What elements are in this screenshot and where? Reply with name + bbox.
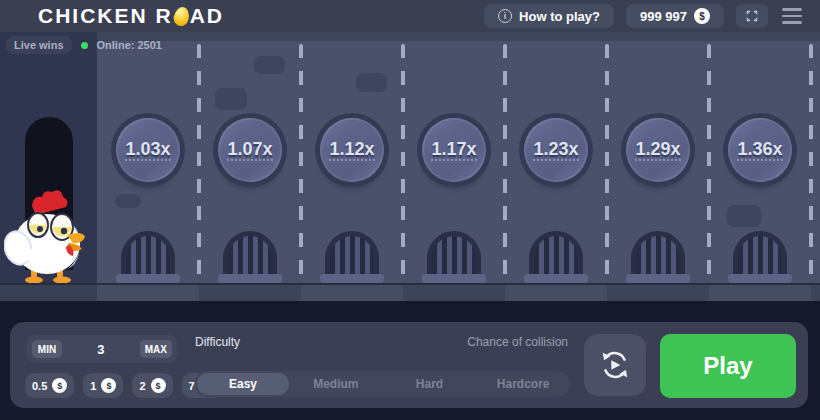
logo-text-right: AD	[190, 4, 224, 28]
fullscreen-expand-icon	[745, 9, 759, 23]
multiplier-value: 1.29x	[635, 140, 680, 161]
top-curb	[97, 32, 820, 41]
bet-max-button[interactable]: MAX	[140, 340, 172, 358]
multiplier-tile-4[interactable]: 1.17x	[422, 118, 486, 182]
chip-amount: 0.5	[32, 380, 47, 392]
multiplier-tile-3[interactable]: 1.12x	[320, 118, 384, 182]
lane-4: 1.17x	[403, 41, 505, 283]
multiplier-value: 1.07x	[227, 140, 272, 161]
chip-0.5-button[interactable]: 0.5 $	[25, 373, 74, 398]
autoplay-button[interactable]	[584, 334, 646, 396]
difficulty-option-medium[interactable]: Medium	[289, 377, 383, 391]
play-button[interactable]: Play	[660, 334, 796, 398]
game-field: 1.03x 1.07x 1.12x 1.17x 1.23x	[0, 32, 820, 301]
quick-bet-chips: 0.5 $ 1 $ 2 $ 7 $	[25, 373, 222, 398]
dollar-coin-icon: $	[694, 8, 710, 24]
chicken-road-app: CHICKEN R AD i How to play? 999 997 $	[0, 0, 820, 420]
egg-icon	[172, 5, 191, 27]
sewer-grate-icon	[728, 231, 792, 283]
bet-stepper: MIN 3 MAX	[27, 335, 177, 363]
app-logo: CHICKEN R AD	[38, 4, 224, 28]
online-dot-icon	[81, 42, 88, 49]
difficulty-option-easy[interactable]: Easy	[197, 373, 289, 395]
difficulty-option-hard[interactable]: Hard	[383, 377, 477, 391]
chance-of-collision-label: Chance of collision	[467, 335, 568, 349]
chip-2-button[interactable]: 2 $	[132, 373, 172, 398]
dollar-coin-icon: $	[101, 378, 116, 393]
multiplier-value: 1.23x	[533, 140, 578, 161]
chip-1-button[interactable]: 1 $	[83, 373, 123, 398]
how-to-play-button[interactable]: i How to play?	[484, 4, 614, 28]
dollar-coin-icon: $	[52, 378, 67, 393]
lane-partial	[811, 41, 820, 283]
difficulty-label: Difficulty	[195, 335, 240, 349]
sewer-grate-icon	[422, 231, 486, 283]
live-wins-toggle[interactable]: Live wins	[6, 36, 72, 54]
top-bar: CHICKEN R AD i How to play? 999 997 $	[0, 0, 820, 32]
control-panel: MIN 3 MAX 0.5 $ 1 $ 2 $ 7 $ Difficulty C…	[10, 322, 808, 408]
info-icon: i	[498, 9, 512, 23]
lane-6: 1.29x	[607, 41, 709, 283]
multiplier-tile-5[interactable]: 1.23x	[524, 118, 588, 182]
lane-1: 1.03x	[97, 41, 199, 283]
multiplier-value: 1.17x	[431, 140, 476, 161]
multiplier-value: 1.12x	[329, 140, 374, 161]
online-count: Online: 2501	[97, 39, 162, 51]
balance-amount: 999 997	[640, 9, 687, 24]
chicken-character	[4, 190, 92, 285]
dollar-coin-icon: $	[151, 378, 166, 393]
bottom-curb	[0, 283, 820, 301]
lane-7: 1.36x	[709, 41, 811, 283]
chip-amount: 2	[139, 380, 145, 392]
multiplier-tile-1[interactable]: 1.03x	[116, 118, 180, 182]
multiplier-value: 1.36x	[737, 140, 782, 161]
status-bar: Live wins Online: 2501	[6, 36, 162, 54]
how-to-play-label: How to play?	[519, 9, 600, 24]
bet-min-button[interactable]: MIN	[32, 340, 62, 358]
bet-value[interactable]: 3	[97, 342, 104, 357]
chip-amount: 1	[90, 380, 96, 392]
balance-button[interactable]: 999 997 $	[626, 4, 724, 28]
multiplier-tile-2[interactable]: 1.07x	[218, 118, 282, 182]
hamburger-menu-icon[interactable]	[780, 4, 804, 28]
road-lanes: 1.03x 1.07x 1.12x 1.17x 1.23x	[97, 41, 820, 283]
sewer-grate-icon	[320, 231, 384, 283]
multiplier-tile-6[interactable]: 1.29x	[626, 118, 690, 182]
multiplier-value: 1.03x	[125, 140, 170, 161]
multiplier-tile-7[interactable]: 1.36x	[728, 118, 792, 182]
logo-text-left: CHICKEN R	[38, 4, 173, 28]
fullscreen-button[interactable]	[736, 4, 768, 28]
sewer-grate-icon	[218, 231, 282, 283]
topbar-actions: i How to play? 999 997 $	[484, 4, 810, 28]
lane-5: 1.23x	[505, 41, 607, 283]
sewer-grate-icon	[116, 231, 180, 283]
difficulty-selector: Easy Medium Hard Hardcore	[195, 371, 570, 397]
sewer-grate-icon	[524, 231, 588, 283]
lane-3: 1.12x	[301, 41, 403, 283]
circular-arrows-play-icon	[598, 348, 632, 382]
difficulty-option-hardcore[interactable]: Hardcore	[476, 377, 570, 391]
chip-amount: 7	[189, 380, 195, 392]
sewer-grate-icon	[626, 231, 690, 283]
play-button-label: Play	[703, 352, 752, 380]
lane-2: 1.07x	[199, 41, 301, 283]
